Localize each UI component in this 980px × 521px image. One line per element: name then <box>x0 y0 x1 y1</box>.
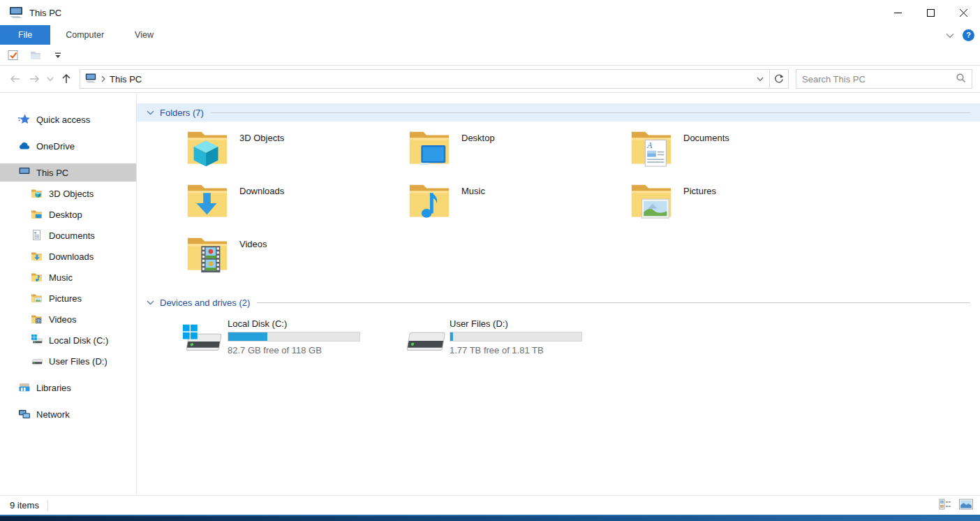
main-area: Quick access OneDrive Th <box>0 94 980 495</box>
breadcrumb[interactable]: This PC <box>80 70 751 88</box>
ribbon-tab-bar: File Computer View ? <box>0 25 980 45</box>
quick-access-star-icon <box>18 113 31 126</box>
sidebar-item-music[interactable]: Music <box>0 268 136 286</box>
back-icon[interactable] <box>6 70 24 88</box>
minimize-button[interactable] <box>882 0 914 25</box>
close-button[interactable] <box>947 0 980 25</box>
folder-3d-objects-icon <box>186 127 229 168</box>
tile-label: 3D Objects <box>239 127 284 179</box>
breadcrumb-chevron-icon[interactable] <box>101 74 105 85</box>
sidebar-item-videos[interactable]: Videos <box>0 310 136 328</box>
sidebar-item-label: Libraries <box>36 383 71 393</box>
svg-text:A: A <box>646 141 653 150</box>
drives-row: Local Disk (C:) 82.7 GB free of 118 GB <box>177 317 980 360</box>
navigation-pane: Quick access OneDrive Th <box>0 94 137 495</box>
tab-computer[interactable]: Computer <box>50 25 119 45</box>
sidebar-item-desktop[interactable]: Desktop <box>0 205 136 223</box>
drive-tile-d[interactable]: User Files (D:) 1.77 TB free of 1.81 TB <box>399 317 621 360</box>
documents-page-icon <box>31 229 43 242</box>
onedrive-cloud-icon <box>18 140 31 152</box>
drive-free-space: 1.77 TB free of 1.81 TB <box>450 345 582 355</box>
tile-label: Pictures <box>683 180 716 232</box>
details-view-icon[interactable] <box>939 499 951 512</box>
chevron-down-icon[interactable] <box>147 110 154 115</box>
pc-icon <box>18 166 31 179</box>
group-header-rule <box>257 302 970 303</box>
forward-icon[interactable] <box>25 70 43 88</box>
taskbar-edge <box>0 515 980 521</box>
sidebar-item-label: OneDrive <box>36 141 75 152</box>
folder-desktop-icon <box>31 208 43 221</box>
drive-icon <box>403 317 450 360</box>
sidebar-item-label: Documents <box>49 230 95 241</box>
chevron-down-icon[interactable] <box>147 300 154 305</box>
file-list-area: Folders (7) 3D Obj <box>137 94 980 495</box>
tile-music[interactable]: Music <box>399 179 621 232</box>
sidebar-item-label: Music <box>49 272 73 283</box>
tile-downloads[interactable]: Downloads <box>177 179 399 232</box>
sidebar-item-downloads[interactable]: Downloads <box>0 247 136 265</box>
sidebar-item-onedrive[interactable]: OneDrive <box>0 137 136 155</box>
tile-documents[interactable]: A Documents <box>621 126 843 179</box>
tile-3d-objects[interactable]: 3D Objects <box>177 126 399 179</box>
drive-info: User Files (D:) 1.77 TB free of 1.81 TB <box>450 317 582 360</box>
sidebar-item-network[interactable]: Network <box>0 405 136 423</box>
customize-qat-icon[interactable] <box>50 47 66 63</box>
sidebar-item-pictures[interactable]: Pictures <box>0 289 136 307</box>
tab-file[interactable]: File <box>0 25 50 45</box>
quick-access-toolbar <box>0 45 980 66</box>
libraries-icon <box>18 381 31 394</box>
sidebar-item-local-disk-c[interactable]: Local Disk (C:) <box>0 331 136 349</box>
tile-desktop[interactable]: Desktop <box>399 126 621 179</box>
titlebar: This PC <box>0 0 980 25</box>
search-box[interactable] <box>796 69 972 89</box>
sidebar-item-label: Pictures <box>49 293 82 304</box>
sidebar-item-label: User Files (D:) <box>49 356 107 367</box>
drive-usage-fill <box>228 332 267 341</box>
group-header-devices[interactable]: Devices and drives (2) <box>137 293 980 311</box>
tile-pictures[interactable]: Pictures <box>621 179 843 232</box>
items-count: 9 items <box>10 500 39 511</box>
new-folder-icon[interactable] <box>28 47 43 63</box>
search-input[interactable] <box>802 74 956 85</box>
address-dropdown-chevron-icon[interactable] <box>751 70 769 88</box>
folder-downloads-icon <box>31 250 43 263</box>
sidebar-item-3d-objects[interactable]: 3D Objects <box>0 184 136 203</box>
drive-windows-icon <box>181 317 228 360</box>
tab-view[interactable]: View <box>119 25 169 45</box>
folder-documents-icon: A <box>630 127 673 168</box>
help-icon[interactable]: ? <box>963 29 974 41</box>
group-header-folders[interactable]: Folders (7) <box>137 103 980 122</box>
drive-usage-bar <box>228 332 360 342</box>
tile-videos[interactable]: Videos <box>177 232 399 285</box>
pc-icon <box>84 73 97 86</box>
sidebar-item-label: Local Disk (C:) <box>49 335 108 346</box>
drive-name: Local Disk (C:) <box>228 318 360 329</box>
drive-tile-c[interactable]: Local Disk (C:) 82.7 GB free of 118 GB <box>177 317 399 360</box>
search-icon[interactable] <box>956 73 966 85</box>
pc-icon <box>8 6 24 20</box>
tab-file-label: File <box>18 30 32 40</box>
thumbnails-view-icon[interactable] <box>959 499 973 512</box>
sidebar-item-this-pc[interactable]: This PC <box>0 163 136 182</box>
sidebar-item-label: 3D Objects <box>49 189 94 199</box>
sidebar-item-quick-access[interactable]: Quick access <box>0 110 136 129</box>
status-bar: 9 items <box>0 495 980 515</box>
address-bar[interactable]: This PC <box>80 69 789 89</box>
up-icon[interactable] <box>57 70 75 88</box>
properties-icon[interactable] <box>6 47 21 63</box>
drive-windows-icon <box>31 334 43 346</box>
sidebar-item-documents[interactable]: Documents <box>0 226 136 244</box>
sidebar-item-label: Desktop <box>49 210 82 220</box>
recent-locations-chevron-icon[interactable] <box>45 70 56 88</box>
sidebar-item-user-files-d[interactable]: User Files (D:) <box>0 352 136 370</box>
tile-label: Downloads <box>239 180 284 232</box>
refresh-icon[interactable] <box>769 70 788 88</box>
window-title: This PC <box>29 8 61 18</box>
folder-downloads-icon <box>186 180 229 221</box>
navigation-bar: This PC <box>0 66 980 93</box>
collapse-ribbon-chevron-icon[interactable] <box>946 30 954 41</box>
maximize-button[interactable] <box>914 0 947 25</box>
sidebar-item-libraries[interactable]: Libraries <box>0 379 136 397</box>
breadcrumb-location[interactable]: This PC <box>110 74 142 85</box>
